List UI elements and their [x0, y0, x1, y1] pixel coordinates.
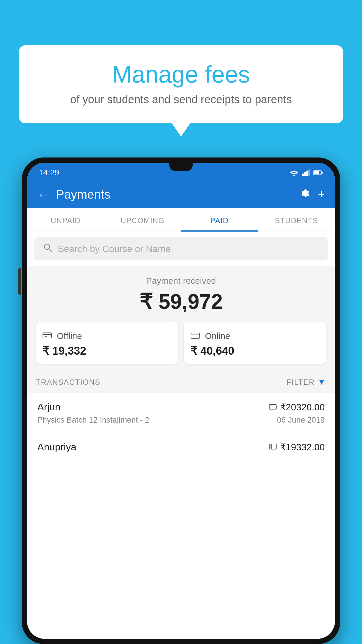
search-box[interactable]: Search by Course or Name [34, 237, 328, 260]
transaction-name: Arjun [37, 401, 60, 413]
payment-type-icon [269, 442, 277, 452]
wifi-icon [289, 169, 299, 176]
search-icon [43, 243, 52, 255]
transaction-date: 06 June 2019 [277, 416, 325, 425]
svg-rect-2 [304, 172, 306, 176]
app-bar: ← Payments + [27, 181, 335, 208]
transactions-label: TRANSACTIONS [36, 378, 101, 387]
svg-rect-12 [269, 405, 276, 409]
payment-type-icon [269, 402, 277, 412]
phone-container: 14:29 [22, 158, 340, 644]
filter-label: FILTER [287, 378, 315, 387]
speech-bubble-container: Manage fees of your students and send re… [19, 45, 343, 123]
speech-bubble: Manage fees of your students and send re… [19, 45, 343, 123]
svg-rect-6 [321, 172, 323, 174]
status-icons [289, 169, 323, 176]
filter-icon: ▼ [318, 377, 326, 387]
phone-screen: 14:29 [27, 163, 335, 639]
transaction-top-row: Anupriya ₹19332.00 [37, 441, 325, 453]
offline-card: Offline ₹ 19,332 [36, 322, 178, 364]
payment-cards: Offline ₹ 19,332 Online [36, 322, 326, 364]
transaction-amount: ₹19332.00 [280, 442, 325, 453]
payment-total-amount: ₹ 59,972 [36, 289, 326, 314]
add-button[interactable]: + [318, 188, 325, 201]
back-button[interactable]: ← [37, 188, 50, 202]
transaction-top-row: Arjun ₹20320.00 [37, 401, 325, 413]
svg-point-0 [294, 175, 295, 176]
offline-icon [42, 330, 52, 342]
svg-rect-1 [302, 174, 304, 176]
svg-rect-7 [314, 171, 319, 174]
transaction-list: Arjun ₹20320.00 Physics [27, 393, 335, 639]
svg-rect-4 [308, 169, 310, 176]
app-bar-title: Payments [56, 188, 110, 202]
svg-rect-13 [269, 444, 276, 449]
search-input[interactable]: Search by Course or Name [58, 244, 171, 254]
phone-notch [169, 163, 193, 171]
tab-unpaid[interactable]: UNPAID [27, 208, 104, 232]
transaction-course: Physics Batch 12 Installment - 2 [37, 416, 149, 425]
transaction-item: Arjun ₹20320.00 Physics [27, 393, 335, 433]
signal-icon [302, 169, 310, 176]
online-label: Online [205, 331, 230, 341]
svg-rect-10 [43, 333, 52, 338]
tab-paid[interactable]: PAID [181, 208, 258, 232]
offline-label: Offline [57, 331, 82, 341]
payment-summary: Payment received ₹ 59,972 [27, 266, 335, 371]
app-bar-right: + [298, 187, 325, 202]
svg-rect-3 [306, 171, 308, 176]
online-card: Online ₹ 40,640 [184, 322, 326, 364]
transaction-amount-wrap: ₹20320.00 [269, 402, 325, 413]
search-container: Search by Course or Name [27, 232, 335, 266]
offline-card-top: Offline [42, 330, 82, 342]
settings-button[interactable] [298, 187, 310, 202]
svg-rect-11 [191, 333, 200, 338]
transaction-item: Anupriya ₹19332.00 [27, 433, 335, 464]
tab-students[interactable]: STUDENTS [258, 208, 335, 232]
offline-amount: ₹ 19,332 [42, 344, 86, 357]
transaction-amount: ₹20320.00 [280, 402, 325, 413]
phone: 14:29 [22, 158, 340, 644]
app-bar-left: ← Payments [37, 188, 110, 202]
status-time: 14:29 [39, 168, 59, 177]
tab-upcoming[interactable]: UPCOMING [104, 208, 181, 232]
battery-icon [313, 170, 323, 175]
transaction-name: Anupriya [37, 441, 76, 453]
transactions-header: TRANSACTIONS FILTER ▼ [27, 371, 335, 393]
payment-label: Payment received [36, 276, 326, 286]
svg-line-9 [49, 249, 52, 251]
filter-button[interactable]: FILTER ▼ [287, 377, 326, 387]
speech-bubble-heading: Manage fees [36, 61, 326, 88]
transaction-sub-row: Physics Batch 12 Installment - 2 06 June… [37, 416, 325, 425]
tabs-bar: UNPAID UPCOMING PAID STUDENTS [27, 208, 335, 232]
online-card-top: Online [190, 330, 230, 342]
transaction-amount-wrap: ₹19332.00 [269, 442, 325, 453]
speech-bubble-subtext: of your students and send receipts to pa… [36, 93, 326, 106]
online-icon [190, 330, 200, 342]
online-amount: ₹ 40,640 [190, 344, 234, 357]
